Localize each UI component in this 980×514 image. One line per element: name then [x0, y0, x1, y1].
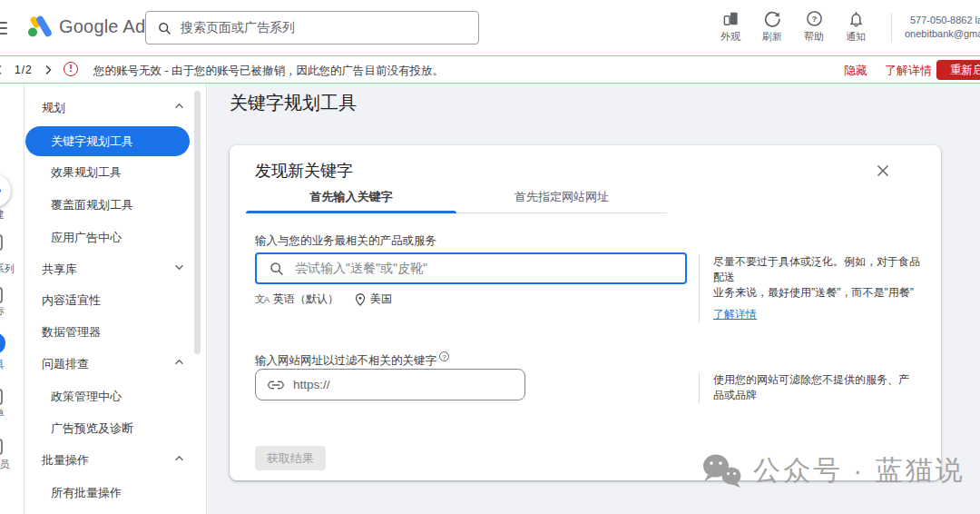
card-title: 发现新关键字: [255, 160, 353, 182]
header-actions: 外观 刷新 ? 帮助: [710, 10, 877, 44]
reenable-button[interactable]: 重新启用: [936, 60, 980, 80]
help-icon: ?: [806, 10, 823, 27]
sidebar-scrollbar[interactable]: [194, 91, 201, 354]
tab-start-with-website[interactable]: 首先指定网站网址: [456, 186, 667, 213]
chevron-up-icon: [174, 103, 184, 109]
website-url-input[interactable]: https://: [255, 369, 525, 400]
learn-more-link[interactable]: 了解详情: [713, 307, 757, 322]
language-selector[interactable]: 文A 英语（默认）: [255, 292, 338, 307]
help-circle-icon[interactable]: ?: [439, 351, 449, 361]
google-ads-window: Google Ads 搜索页面或广告系列 外观: [0, 0, 980, 514]
sidebar-nav: 规划 关键字规划工具 效果规划工具 覆盖面规划工具 应用广告中心 共享库 内容适…: [24, 84, 207, 514]
search-icon: [269, 261, 284, 276]
appearance-icon: [722, 10, 740, 27]
keyword-hint: 尽量不要过于具体或泛化。例如，对于食品配送 业务来说，最好使用"送餐"，而不是"…: [699, 254, 922, 322]
get-results-button[interactable]: 获取结果: [255, 446, 326, 470]
sidebar-item-policy-manager[interactable]: 政策管理中心: [24, 383, 206, 410]
refresh-icon: [764, 10, 781, 27]
url-input-placeholder: https://: [293, 378, 330, 391]
rail-tools-label[interactable]: 工具: [0, 358, 22, 371]
global-search-placeholder: 搜索页面或广告系列: [181, 20, 295, 36]
wechat-icon: [701, 453, 744, 489]
chevron-left-icon: [0, 64, 5, 75]
global-search-input[interactable]: 搜索页面或广告系列: [145, 11, 479, 44]
svg-text:?: ?: [811, 14, 817, 24]
rail-goals-label[interactable]: 目标: [0, 304, 22, 318]
watermark: 公众号 · 蓝猫说: [701, 452, 965, 489]
link-icon: [268, 380, 284, 390]
sidebar-item-bulk-actions[interactable]: 批量操作: [24, 447, 206, 474]
keyword-input-label: 输入与您的业务最相关的产品或服务: [255, 233, 436, 249]
active-tab-indicator: [246, 211, 456, 213]
create-button[interactable]: [0, 174, 11, 207]
google-ads-logo-icon: [27, 15, 52, 37]
help-button[interactable]: ? 帮助: [793, 10, 835, 44]
billing-icon[interactable]: [0, 389, 22, 409]
alert-learn-more-link[interactable]: 了解详情: [885, 63, 932, 79]
search-icon: [157, 21, 172, 35]
alert-message: 您的账号无效 - 由于您的账号已被撤销，因此您的广告目前没有投放。: [93, 64, 444, 79]
account-id: 577-050-8862 lanm: [905, 14, 980, 27]
alert-pager: 1/2: [15, 64, 33, 76]
chevron-up-icon: [174, 359, 184, 365]
sidebar-item-performance-planner[interactable]: 效果规划工具: [24, 159, 206, 186]
top-header: Google Ads 搜索页面或广告系列 外观: [0, 0, 980, 55]
tab-start-with-keywords[interactable]: 首先输入关键字: [246, 186, 456, 213]
sidebar-item-keyword-planner[interactable]: 关键字规划工具: [25, 126, 190, 156]
error-icon: !: [64, 62, 78, 76]
main-content: 关键字规划工具 发现新关键字 首先输入关键字 首先指定网站网址 输入与您的业务最…: [208, 84, 980, 514]
sidebar-item-planning[interactable]: 规划: [24, 94, 206, 122]
notifications-icon: [848, 10, 865, 27]
location-pin-icon: [355, 293, 366, 306]
nav-rail: 创建 广告系列 目标 工具 账单 管理员: [0, 84, 24, 514]
chevron-right-icon: [43, 64, 54, 75]
alert-next-button[interactable]: [43, 64, 54, 75]
sidebar-item-troubleshooting[interactable]: 问题排查: [24, 351, 206, 378]
location-selector[interactable]: 美国: [355, 292, 392, 307]
account-info[interactable]: 577-050-8862 lanm onebitbank@gmail.co: [905, 14, 980, 41]
notifications-button[interactable]: 通知: [835, 10, 877, 44]
notifications-label: 通知: [846, 30, 866, 44]
keyword-input-placeholder: 尝试输入"送餐"或"皮靴": [295, 261, 427, 277]
alert-prev-button[interactable]: [0, 64, 5, 75]
rail-create-label[interactable]: 创建: [0, 208, 22, 222]
sidebar-item-data-manager[interactable]: 数据管理器: [24, 319, 206, 346]
google-ads-logo[interactable]: Google Ads: [27, 15, 154, 37]
sidebar-item-reach-planner[interactable]: 覆盖面规划工具: [24, 192, 206, 219]
logo-text: Google Ads: [59, 16, 154, 37]
url-input-label: 输入网站网址以过滤不相关的关键字?: [255, 351, 449, 369]
rail-billing-label[interactable]: 账单: [0, 407, 22, 420]
menu-icon[interactable]: [0, 22, 7, 35]
chevron-up-icon: [174, 455, 184, 461]
sidebar-item-shared-library[interactable]: 共享库: [24, 256, 206, 283]
discover-keywords-card: 发现新关键字 首先输入关键字 首先指定网站网址 输入与您的业务最相关的产品或服务…: [230, 145, 941, 480]
language-value: 英语（默认）: [273, 292, 338, 307]
sidebar-item-ad-preview[interactable]: 广告预览及诊断: [24, 415, 206, 442]
sidebar-item-app-ads-hub[interactable]: 应用广告中心: [24, 224, 206, 252]
tools-icon[interactable]: [0, 332, 5, 354]
header-divider: [891, 13, 892, 42]
appearance-label: 外观: [720, 30, 740, 44]
card-tabs: 首先输入关键字 首先指定网站网址: [246, 186, 667, 213]
admin-icon[interactable]: [0, 439, 22, 459]
alert-hide-link[interactable]: 隐藏: [844, 63, 867, 79]
location-value: 美国: [370, 292, 392, 307]
sidebar-item-all-bulk-actions[interactable]: 所有批量操作: [24, 479, 206, 507]
account-email: onebitbank@gmail.co: [905, 27, 980, 41]
page-title: 关键字规划工具: [230, 91, 357, 115]
sidebar-item-content-suitability[interactable]: 内容适宜性: [24, 287, 206, 314]
keyword-search-input[interactable]: 尝试输入"送餐"或"皮靴": [255, 252, 687, 284]
appearance-button[interactable]: 外观: [710, 10, 751, 44]
watermark-text: 公众号 · 蓝猫说: [753, 452, 965, 489]
url-hint: 使用您的网站可滤除您不提供的服务、产 品或品牌: [699, 372, 922, 403]
plus-icon: [0, 189, 1, 193]
refresh-button[interactable]: 刷新: [751, 10, 793, 44]
campaigns-icon[interactable]: [0, 234, 22, 254]
close-icon: [877, 164, 889, 177]
close-button[interactable]: [872, 160, 894, 182]
help-label: 帮助: [804, 30, 824, 44]
refresh-label: 刷新: [762, 30, 782, 44]
rail-campaigns-label[interactable]: 广告系列: [0, 262, 22, 276]
language-location-row: 文A 英语（默认） 美国: [255, 292, 392, 307]
rail-admin-label[interactable]: 管理员: [0, 458, 22, 471]
